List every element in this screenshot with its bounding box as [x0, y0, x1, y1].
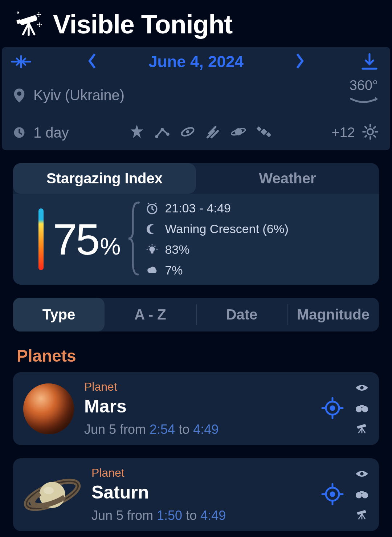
galaxy-filter-icon[interactable] [180, 124, 196, 141]
bulb-icon [146, 244, 158, 256]
collapse-icon[interactable] [10, 54, 32, 69]
cloud-icon [146, 264, 158, 277]
svg-rect-15 [266, 132, 271, 137]
moon-icon [146, 223, 158, 235]
clock-icon [13, 126, 25, 139]
object-card-mars[interactable]: Planet Mars Jun 5 from 2:54 to 4:49 [13, 372, 379, 445]
next-day-button[interactable] [294, 53, 305, 71]
filter-icons [129, 124, 272, 141]
binoculars-icon [355, 403, 369, 415]
locate-button[interactable] [321, 396, 344, 421]
tab-weather[interactable]: Weather [196, 163, 379, 194]
svg-point-3 [38, 24, 40, 26]
panorama-icon[interactable] [348, 93, 379, 113]
locate-button[interactable] [321, 483, 344, 507]
constellation-filter-icon[interactable] [154, 124, 170, 141]
extra-count[interactable]: +12 [332, 125, 355, 141]
clock-icon [146, 202, 158, 215]
saturn-image [23, 469, 81, 520]
time-prefix: Jun 5 from [91, 508, 157, 523]
index-gradient-bar [38, 208, 44, 270]
telescope-small-icon [355, 509, 369, 521]
star-filter-icon[interactable] [129, 124, 145, 141]
object-name: Saturn [91, 482, 311, 503]
svg-rect-20 [151, 252, 154, 253]
object-time: Jun 5 from 1:50 to 4:49 [91, 508, 311, 523]
satellite-filter-icon[interactable] [256, 124, 272, 141]
object-type: Planet [84, 380, 311, 394]
svg-rect-14 [256, 126, 261, 131]
svg-point-16 [367, 129, 373, 135]
telescope-icon [15, 9, 43, 39]
location-text: Kyiv (Ukraine) [33, 87, 124, 103]
svg-point-0 [38, 14, 40, 16]
svg-rect-13 [260, 129, 267, 135]
percent-sign: % [100, 233, 119, 260]
svg-point-34 [331, 492, 334, 496]
index-number: 75 [53, 214, 98, 264]
index-value: 75% [53, 214, 119, 264]
download-icon[interactable] [360, 52, 379, 71]
svg-point-4 [17, 91, 21, 96]
cloud-cover: 7% [165, 263, 183, 277]
meteor-filter-icon[interactable] [205, 124, 221, 141]
dark-window: 21:03 - 4:49 [165, 201, 230, 215]
svg-point-32 [44, 487, 54, 494]
time-end: 4:49 [193, 422, 219, 437]
svg-rect-38 [360, 491, 364, 493]
brace-icon [126, 200, 141, 278]
sort-magnitude[interactable]: Magnitude [287, 298, 379, 331]
time-start: 1:50 [157, 508, 182, 523]
eye-icon [355, 468, 369, 481]
mars-image [23, 383, 74, 434]
time-end: 4:49 [200, 508, 226, 523]
date-label[interactable]: June 4, 2024 [148, 53, 244, 71]
location-pin-icon [13, 88, 25, 103]
brightness-icon[interactable] [362, 123, 379, 142]
section-title: Planets [17, 346, 392, 366]
time-prefix: Jun 5 from [84, 422, 150, 437]
location-button[interactable]: Kyiv (Ukraine) [13, 87, 124, 103]
object-card-saturn[interactable]: Planet Saturn Jun 5 from 1:50 to 4:49 [13, 458, 379, 531]
moon-phase: Waning Crescent (6%) [165, 222, 289, 236]
light-pollution: 83% [165, 243, 189, 257]
page-header: Visible Tonight [0, 0, 392, 47]
telescope-small-icon [355, 423, 369, 435]
period-button[interactable]: 1 day [13, 125, 69, 141]
date-panel: June 4, 2024 Kyiv (Ukraine) 360° [2, 47, 390, 150]
planet-filter-icon[interactable] [230, 124, 246, 141]
svg-point-35 [360, 472, 364, 476]
svg-point-22 [331, 406, 334, 410]
tab-stargazing-index[interactable]: Stargazing Index [13, 163, 196, 194]
svg-point-10 [186, 130, 189, 134]
panorama-label[interactable]: 360° [350, 78, 378, 93]
svg-point-17 [138, 202, 140, 204]
sort-az[interactable]: A - Z [105, 298, 196, 331]
sort-bar: Type A - Z Date Magnitude [13, 298, 379, 331]
period-text: 1 day [33, 125, 69, 141]
time-mid: to [182, 508, 200, 523]
stargazing-card: Stargazing Index Weather 75% 21:03 - 4:4… [13, 163, 379, 285]
object-type: Planet [91, 466, 311, 480]
eye-icon [355, 382, 369, 395]
svg-rect-26 [360, 405, 364, 407]
object-time: Jun 5 from 2:54 to 4:49 [84, 422, 311, 437]
svg-point-19 [150, 246, 155, 252]
sort-type[interactable]: Type [13, 298, 105, 331]
page-title: Visible Tonight [53, 9, 232, 39]
time-mid: to [175, 422, 193, 437]
svg-point-23 [360, 386, 364, 390]
prev-day-button[interactable] [87, 53, 98, 71]
sort-date[interactable]: Date [196, 298, 287, 331]
object-name: Mars [84, 396, 311, 417]
time-start: 2:54 [150, 422, 175, 437]
binoculars-icon [355, 489, 369, 501]
